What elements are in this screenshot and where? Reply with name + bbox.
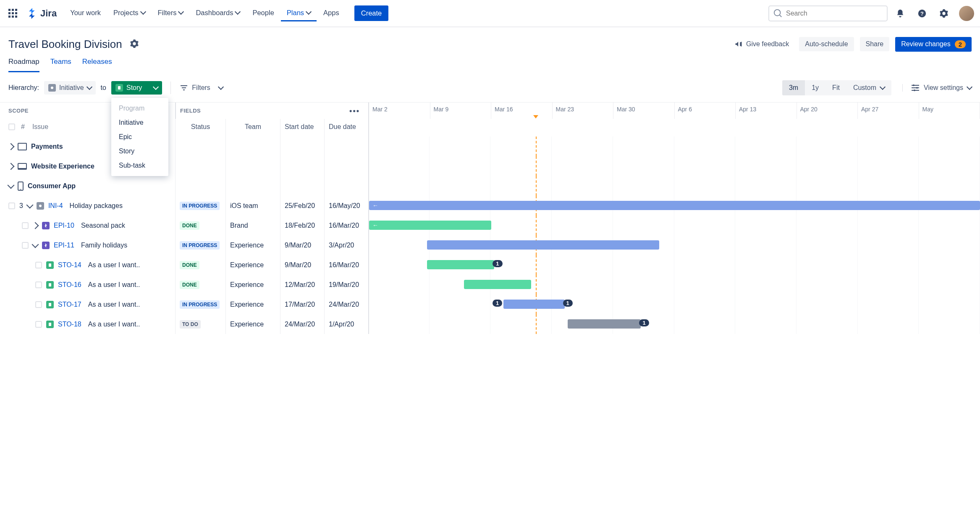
status-badge[interactable]: DONE bbox=[180, 281, 199, 289]
status-badge[interactable]: TO DO bbox=[180, 320, 201, 329]
tab-teams[interactable]: Teams bbox=[50, 58, 71, 72]
app-switcher-icon[interactable] bbox=[6, 7, 19, 20]
expand-icon[interactable] bbox=[8, 181, 15, 189]
row-checkbox[interactable] bbox=[35, 301, 42, 308]
timeline-cell[interactable] bbox=[368, 275, 980, 295]
team-cell: Experience bbox=[225, 235, 280, 255]
expand-icon[interactable] bbox=[26, 201, 33, 208]
create-button[interactable]: Create bbox=[354, 5, 389, 21]
timeline-cell[interactable]: ← bbox=[368, 216, 980, 235]
dd-epic[interactable]: Epic bbox=[111, 130, 168, 144]
zoom-custom[interactable]: Custom bbox=[846, 80, 891, 95]
dependency-badge[interactable]: 1 bbox=[493, 300, 502, 307]
start-date-header: Start date bbox=[280, 119, 324, 137]
gantt-bar[interactable] bbox=[427, 240, 659, 250]
due-cell: 16/Mar/20 bbox=[324, 216, 368, 235]
row-checkbox[interactable] bbox=[8, 203, 15, 209]
svg-rect-8 bbox=[49, 263, 51, 267]
filters-button[interactable]: Filters bbox=[170, 82, 227, 94]
select-all-checkbox[interactable] bbox=[8, 124, 15, 130]
issue-key[interactable]: EPI-10 bbox=[54, 222, 74, 229]
share-button[interactable]: Share bbox=[860, 37, 890, 51]
gantt-bar[interactable]: ← bbox=[369, 221, 491, 230]
help-icon[interactable]: ? bbox=[914, 6, 930, 21]
issue-row: STO-16As a user I want..DONEExperience12… bbox=[0, 275, 980, 295]
nav-people[interactable]: People bbox=[246, 5, 280, 21]
timeline-cell[interactable] bbox=[368, 176, 980, 196]
row-checkbox[interactable] bbox=[35, 321, 42, 328]
nav-dashboards[interactable]: Dashboards bbox=[190, 5, 246, 21]
gantt-bar[interactable] bbox=[464, 280, 531, 289]
timeline-date: Apr 27 bbox=[858, 103, 919, 119]
settings-icon[interactable] bbox=[936, 6, 951, 21]
tab-roadmap[interactable]: Roadmap bbox=[8, 58, 39, 72]
dd-story[interactable]: Story bbox=[111, 144, 168, 158]
search-box[interactable] bbox=[768, 5, 888, 21]
status-badge[interactable]: IN PROGRESS bbox=[180, 202, 220, 210]
expand-icon[interactable] bbox=[32, 222, 39, 229]
hierarchy-to-dropdown[interactable]: Story Program Initiative Epic Story Sub-… bbox=[111, 81, 162, 95]
review-changes-button[interactable]: Review changes 2 bbox=[895, 37, 972, 52]
status-badge[interactable]: IN PROGRESS bbox=[180, 300, 220, 309]
status-badge[interactable]: DONE bbox=[180, 221, 199, 230]
timeline-cell[interactable] bbox=[368, 137, 980, 156]
gantt-bar[interactable] bbox=[503, 300, 565, 309]
avatar[interactable] bbox=[959, 6, 974, 21]
gantt-bar[interactable] bbox=[427, 260, 494, 269]
group-row[interactable]: Consumer App bbox=[0, 176, 980, 196]
issue-key[interactable]: STO-16 bbox=[58, 281, 81, 289]
issue-key[interactable]: EPI-11 bbox=[54, 242, 74, 249]
row-checkbox[interactable] bbox=[22, 242, 29, 249]
dd-initiative[interactable]: Initiative bbox=[111, 116, 168, 130]
nav-filters[interactable]: Filters bbox=[152, 5, 189, 21]
story-icon bbox=[46, 261, 54, 269]
nav-apps[interactable]: Apps bbox=[317, 5, 345, 21]
give-feedback-button[interactable]: Give feedback bbox=[730, 37, 793, 52]
hierarchy-from-dropdown[interactable]: Initiative bbox=[44, 81, 96, 95]
sliders-icon bbox=[911, 84, 920, 92]
nav-plans[interactable]: Plans bbox=[281, 5, 317, 21]
issue-key[interactable]: STO-14 bbox=[58, 261, 81, 269]
timeline-cell[interactable]: 1 bbox=[368, 314, 980, 334]
timeline-cell[interactable]: 11 bbox=[368, 295, 980, 314]
row-checkbox[interactable] bbox=[35, 281, 42, 288]
zoom-1y[interactable]: 1y bbox=[805, 80, 825, 95]
tab-releases[interactable]: Releases bbox=[82, 58, 112, 72]
timeline-cell[interactable] bbox=[368, 156, 980, 176]
notifications-icon[interactable] bbox=[893, 6, 908, 21]
search-input[interactable] bbox=[786, 10, 883, 17]
issue-key[interactable]: STO-17 bbox=[58, 301, 81, 308]
svg-point-2 bbox=[51, 87, 53, 89]
status-badge[interactable]: IN PROGRESS bbox=[180, 241, 220, 250]
auto-schedule-button[interactable]: Auto-schedule bbox=[799, 37, 854, 51]
nav-your-work[interactable]: Your work bbox=[64, 5, 107, 21]
dependency-badge[interactable]: 1 bbox=[493, 260, 502, 267]
logo[interactable]: Jira bbox=[27, 8, 57, 19]
due-cell: 16/Mar/20 bbox=[324, 255, 368, 275]
zoom-3m[interactable]: 3m bbox=[782, 80, 805, 95]
timeline-cell[interactable]: 1 bbox=[368, 255, 980, 275]
row-checkbox[interactable] bbox=[35, 262, 42, 268]
dependency-badge[interactable]: 1 bbox=[639, 319, 649, 326]
timeline-cell[interactable]: ← bbox=[368, 196, 980, 216]
timeline-date: Mar 2 bbox=[369, 103, 430, 119]
view-settings-button[interactable]: View settings bbox=[902, 84, 972, 92]
dd-subtask[interactable]: Sub-task bbox=[111, 158, 168, 173]
issue-key[interactable]: STO-18 bbox=[58, 321, 81, 328]
row-checkbox[interactable] bbox=[22, 222, 29, 229]
timeline-cell[interactable] bbox=[368, 235, 980, 255]
expand-icon[interactable] bbox=[32, 241, 39, 248]
issue-key[interactable]: INI-4 bbox=[48, 202, 63, 210]
gantt-bar[interactable]: ← bbox=[369, 201, 980, 210]
arrow-left-icon: ← bbox=[372, 202, 378, 209]
expand-icon[interactable] bbox=[8, 163, 15, 170]
fields-menu-icon[interactable]: ••• bbox=[349, 109, 360, 113]
timeline-date: Mar 16 bbox=[491, 103, 553, 119]
status-badge[interactable]: DONE bbox=[180, 261, 199, 269]
dependency-badge[interactable]: 1 bbox=[563, 300, 573, 307]
zoom-fit[interactable]: Fit bbox=[825, 80, 846, 95]
nav-projects[interactable]: Projects bbox=[107, 5, 151, 21]
expand-icon[interactable] bbox=[8, 143, 15, 150]
plan-settings-icon[interactable] bbox=[130, 39, 139, 50]
gantt-bar[interactable] bbox=[568, 319, 641, 329]
